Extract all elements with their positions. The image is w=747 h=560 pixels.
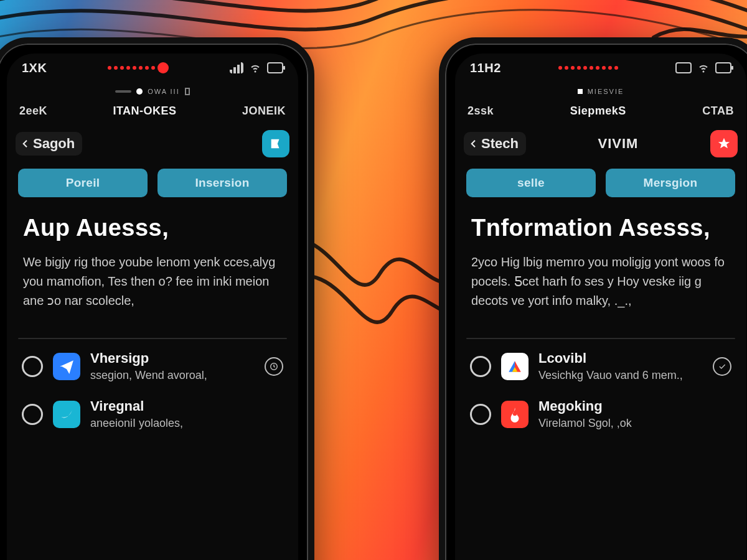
item-title: Megoking	[538, 398, 731, 414]
paper-plane-icon	[53, 353, 80, 380]
sub-status: OWA III	[7, 82, 298, 101]
list-item[interactable]: Lcovibl Vesichkg Vauo vand 6 mem.,	[464, 350, 738, 382]
list-item[interactable]: Vhersigp ssegion, Wend avoroal,	[16, 350, 289, 382]
tabs: selle Mersgion	[455, 164, 746, 206]
item-subtitle: ssegion, Wend avoroal,	[90, 369, 255, 382]
page-heading: Aup Auesss,	[23, 215, 282, 241]
item-title: Lcovibl	[538, 350, 703, 366]
phone-left: 1XK OWA III	[0, 37, 314, 560]
carrier-right: CTAB	[702, 105, 734, 118]
status-icons	[675, 62, 731, 73]
swoosh-icon	[53, 401, 80, 428]
carrier-mid: ITAN-OKES	[113, 105, 176, 118]
item-subtitle: Virelamol Sgol, ,ok	[538, 417, 731, 430]
sub-status-text: OWA III	[148, 88, 180, 95]
wifi-icon	[248, 62, 262, 73]
notch-dots	[47, 62, 230, 73]
list-item[interactable]: Megoking Virelamol Sgol, ,ok	[464, 398, 738, 430]
page-body: We bigjy rig thoe yoube lenom yenk cces,…	[23, 253, 282, 310]
nav-action-button[interactable]	[262, 130, 289, 157]
sub-status: MIESVIE	[455, 82, 746, 101]
tab-1[interactable]: selle	[466, 169, 596, 197]
flame-icon	[501, 401, 529, 428]
item-subtitle: aneeioniI yolaoles,	[90, 417, 283, 430]
status-bar: 11H2	[455, 54, 746, 82]
page-body: 2yco Hig lbig memro you moligjg yont woo…	[471, 253, 730, 310]
nav-bar: Sagoh	[7, 124, 298, 164]
nav-title: VIVIM	[532, 136, 704, 152]
wifi-icon	[697, 62, 710, 73]
item-subtitle: Vesichkg Vauo vand 6 mem.,	[538, 369, 703, 382]
back-button[interactable]: Sagoh	[16, 132, 82, 156]
status-bar: 1XK	[7, 54, 298, 82]
carrier-row: 2eeK ITAN-OKES JONEIK	[7, 101, 298, 124]
phone-right: 11H2 MIESVIE 2ssk	[439, 37, 747, 560]
carrier-right: JONEIK	[242, 105, 286, 118]
content: Tnformation Asesss, 2yco Hig lbig memro …	[455, 206, 746, 323]
signal-icon	[230, 62, 243, 73]
tab-2[interactable]: Mersgion	[606, 169, 735, 197]
list-item[interactable]: Viregnal aneeioniI yolaoles,	[16, 398, 289, 430]
status-time: 11H2	[470, 61, 501, 75]
content: Aup Auesss, We bigjy rig thoe yoube leno…	[7, 206, 298, 323]
screen-right: 11H2 MIESVIE 2ssk	[455, 54, 746, 560]
tab-1[interactable]: Poreil	[18, 169, 148, 197]
radio-unchecked[interactable]	[470, 404, 491, 425]
back-label: Stech	[481, 136, 519, 152]
clock-icon	[265, 357, 283, 376]
item-title: Viregnal	[90, 398, 283, 414]
carrier-left: 2ssk	[467, 105, 494, 118]
item-title: Vhersigp	[90, 350, 255, 366]
page-heading: Tnformation Asesss,	[471, 215, 730, 241]
back-button[interactable]: Stech	[464, 132, 526, 156]
radio-unchecked[interactable]	[22, 356, 43, 377]
back-label: Sagoh	[33, 136, 75, 152]
radio-unchecked[interactable]	[22, 404, 43, 425]
battery-icon	[715, 62, 731, 73]
tab-2[interactable]: Insersion	[157, 169, 287, 197]
screen-left: 1XK OWA III	[7, 54, 298, 560]
tri-color-icon	[501, 353, 529, 380]
radio-unchecked[interactable]	[470, 356, 491, 377]
notch-dots	[501, 66, 675, 70]
carrier-left: 2eeK	[19, 105, 47, 118]
nav-bar: Stech VIVIM	[455, 124, 746, 164]
carrier-row: 2ssk SiepmekS CTAB	[455, 101, 746, 124]
tabs: Poreil Insersion	[7, 164, 298, 206]
status-time: 1XK	[22, 61, 47, 75]
sub-status-text: MIESVIE	[588, 88, 624, 95]
carrier-mid: SiepmekS	[570, 105, 626, 118]
check-circle-icon	[713, 357, 731, 376]
battery-icon	[267, 62, 283, 73]
status-icons	[230, 62, 283, 73]
card-icon	[675, 62, 692, 73]
app-list: Lcovibl Vesichkg Vauo vand 6 mem., Megok…	[455, 339, 746, 430]
nav-action-button[interactable]	[710, 130, 738, 157]
app-list: Vhersigp ssegion, Wend avoroal, Viregnal…	[7, 339, 298, 430]
